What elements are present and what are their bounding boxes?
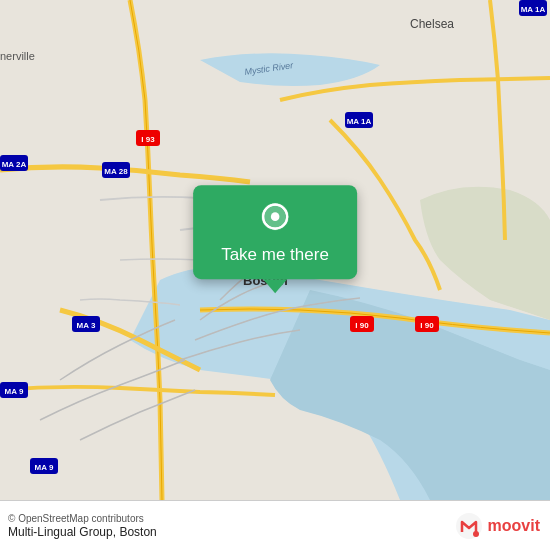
footer-bar: © OpenStreetMap contributors Multi-Lingu… xyxy=(0,500,550,550)
svg-point-28 xyxy=(271,212,280,221)
svg-text:MA 3: MA 3 xyxy=(77,321,96,330)
popup-card[interactable]: Take me there xyxy=(193,185,357,279)
svg-text:I 90: I 90 xyxy=(420,321,434,330)
svg-text:MA 2A: MA 2A xyxy=(2,160,27,169)
moovit-text: moovit xyxy=(488,517,540,535)
svg-text:I 90: I 90 xyxy=(355,321,369,330)
map-popup[interactable]: Take me there xyxy=(193,185,357,293)
svg-text:MA 28: MA 28 xyxy=(104,167,128,176)
svg-text:I 93: I 93 xyxy=(141,135,155,144)
svg-text:MA 9: MA 9 xyxy=(35,463,54,472)
location-pin-icon xyxy=(257,201,293,237)
map-container: Mystic River I 93 MA 28 MA 2A MA 1A MA 1… xyxy=(0,0,550,500)
popup-label: Take me there xyxy=(221,245,329,265)
svg-text:Chelsea: Chelsea xyxy=(410,17,454,31)
svg-text:nerville: nerville xyxy=(0,50,35,62)
popup-arrow xyxy=(263,279,287,293)
moovit-logo[interactable]: moovit xyxy=(455,512,540,540)
footer-left: © OpenStreetMap contributors Multi-Lingu… xyxy=(8,513,157,539)
copyright-text: © OpenStreetMap contributors xyxy=(8,513,157,524)
attribution-text: Multi-Lingual Group, Boston xyxy=(8,525,157,539)
svg-point-31 xyxy=(473,531,479,537)
svg-text:MA 9: MA 9 xyxy=(5,387,24,396)
moovit-icon xyxy=(455,512,483,540)
svg-text:MA 1A: MA 1A xyxy=(347,117,372,126)
svg-text:MA 1A: MA 1A xyxy=(521,5,546,14)
